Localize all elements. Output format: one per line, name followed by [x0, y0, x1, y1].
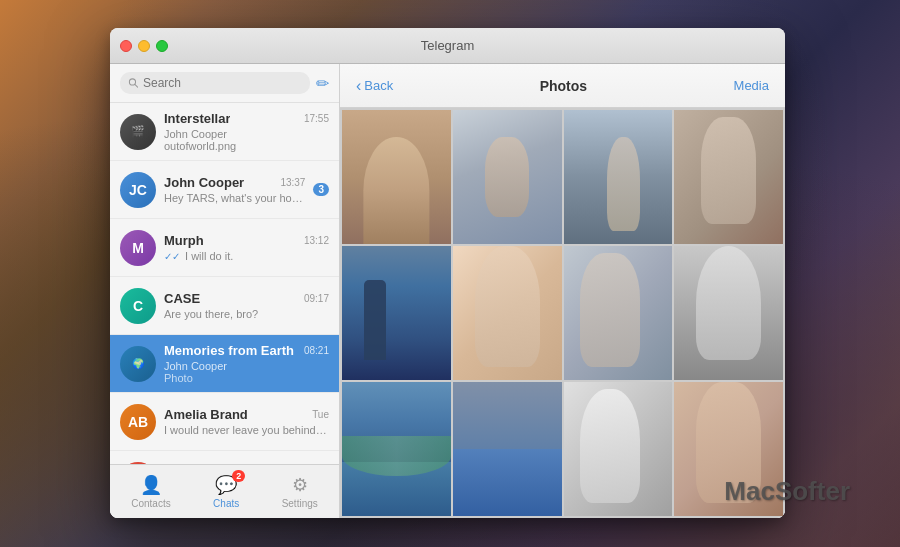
maximize-button[interactable]	[156, 40, 168, 52]
main-content: ✏ 🎬 Interstellar 17:55 John Coop	[110, 64, 785, 518]
search-bar: ✏	[110, 64, 339, 103]
avatar-amelia: AB	[120, 404, 156, 440]
photo-cell-4[interactable]	[674, 110, 783, 244]
chat-info-murph: Murph 13:12 ✓✓ I will do it.	[164, 233, 329, 262]
photo-grid	[340, 108, 785, 518]
sidebar: ✏ 🎬 Interstellar 17:55 John Coop	[110, 64, 340, 518]
photos-header: ‹ Back Photos Media	[340, 64, 785, 108]
chat-info-amelia: Amelia Brand Tue I would never leave you…	[164, 407, 329, 436]
contacts-label: Contacts	[131, 498, 170, 509]
chats-badge: 2	[232, 470, 245, 482]
photo-cell-1[interactable]	[342, 110, 451, 244]
photos-panel: ‹ Back Photos Media	[340, 64, 785, 518]
photo-cell-6[interactable]	[453, 246, 562, 380]
media-button[interactable]: Media	[734, 78, 769, 93]
chat-item-interstellar[interactable]: 🎬 Interstellar 17:55 John Cooper outofwo…	[110, 103, 339, 161]
chat-info-interstellar: Interstellar 17:55 John Cooper outofworl…	[164, 111, 329, 152]
photo-cell-8[interactable]	[674, 246, 783, 380]
chat-item-memories[interactable]: 🌍 Memories from Earth 08:21 John Cooper …	[110, 335, 339, 393]
chats-icon-wrap: 💬 2	[215, 474, 237, 496]
chat-name-amelia: Amelia Brand	[164, 407, 248, 422]
photo-cell-5[interactable]	[342, 246, 451, 380]
chat-subtitle-interstellar: John Cooper	[164, 128, 329, 140]
nav-settings[interactable]: ⚙ Settings	[266, 470, 334, 513]
search-input-wrap[interactable]	[120, 72, 310, 94]
chat-message-interstellar: outofworld.png	[164, 140, 329, 152]
search-input[interactable]	[143, 76, 302, 90]
bottom-nav: 👤 Contacts 💬 2 Chats ⚙ Settings	[110, 464, 339, 518]
chat-message-memories: Photo	[164, 372, 329, 384]
chat-name-murph: Murph	[164, 233, 204, 248]
avatar-interstellar: 🎬	[120, 114, 156, 150]
chat-item-john[interactable]: JC John Cooper 13:37 Hey TARS, what's yo…	[110, 161, 339, 219]
chat-name-interstellar: Interstellar	[164, 111, 230, 126]
chat-message-john: Hey TARS, what's your honesty parameter?	[164, 192, 305, 204]
chat-time-memories: 08:21	[304, 345, 329, 356]
avatar-john: JC	[120, 172, 156, 208]
chat-time-john: 13:37	[280, 177, 305, 188]
macsofter-label: MacSofter	[724, 476, 850, 507]
chat-message-murph: ✓✓ I will do it.	[164, 250, 329, 262]
chat-item-case[interactable]: C CASE 09:17 Are you there, bro?	[110, 277, 339, 335]
photo-cell-10[interactable]	[453, 382, 562, 516]
photos-title: Photos	[540, 78, 587, 94]
chat-info-memories: Memories from Earth 08:21 John Cooper Ph…	[164, 343, 329, 384]
nav-contacts[interactable]: 👤 Contacts	[115, 470, 186, 513]
back-button[interactable]: ‹ Back	[356, 78, 393, 94]
settings-label: Settings	[282, 498, 318, 509]
chat-item-nasa[interactable]: 🚀 ● NASA ✓ Mon Ground control to Major T…	[110, 451, 339, 464]
chat-message-case: Are you there, bro?	[164, 308, 329, 320]
chat-name-john: John Cooper	[164, 175, 244, 190]
chat-item-murph[interactable]: M Murph 13:12 ✓✓ I will do it.	[110, 219, 339, 277]
chat-info-john: John Cooper 13:37 Hey TARS, what's your …	[164, 175, 305, 204]
badge-john: 3	[313, 183, 329, 196]
settings-icon: ⚙	[292, 474, 308, 496]
watermark: MacSofter	[716, 476, 850, 507]
compose-icon[interactable]: ✏	[316, 74, 329, 93]
avatar-murph: M	[120, 230, 156, 266]
close-button[interactable]	[120, 40, 132, 52]
chat-message-amelia: I would never leave you behind... TARS	[164, 424, 329, 436]
nav-chats[interactable]: 💬 2 Chats	[197, 470, 255, 513]
search-icon	[128, 77, 139, 89]
traffic-lights	[120, 40, 168, 52]
photo-cell-3[interactable]	[564, 110, 673, 244]
chat-item-amelia[interactable]: AB Amelia Brand Tue I would never leave …	[110, 393, 339, 451]
chat-time-interstellar: 17:55	[304, 113, 329, 124]
chat-time-murph: 13:12	[304, 235, 329, 246]
avatar-memories: 🌍	[120, 346, 156, 382]
chat-name-case: CASE	[164, 291, 200, 306]
back-label: Back	[364, 78, 393, 93]
chat-list: 🎬 Interstellar 17:55 John Cooper outofwo…	[110, 103, 339, 464]
window-title: Telegram	[421, 38, 474, 53]
chats-label: Chats	[213, 498, 239, 509]
svg-line-1	[135, 84, 138, 87]
photo-cell-7[interactable]	[564, 246, 673, 380]
avatar-case: C	[120, 288, 156, 324]
back-chevron-icon: ‹	[356, 78, 361, 94]
minimize-button[interactable]	[138, 40, 150, 52]
chat-time-amelia: Tue	[312, 409, 329, 420]
photo-cell-11[interactable]	[564, 382, 673, 516]
app-window: Telegram ✏ 🎬	[110, 28, 785, 518]
chat-time-case: 09:17	[304, 293, 329, 304]
contacts-icon: 👤	[140, 474, 162, 496]
titlebar: Telegram	[110, 28, 785, 64]
chat-name-memories: Memories from Earth	[164, 343, 294, 358]
chat-info-case: CASE 09:17 Are you there, bro?	[164, 291, 329, 320]
photo-cell-2[interactable]	[453, 110, 562, 244]
photo-cell-9[interactable]	[342, 382, 451, 516]
checkmark-murph: ✓✓	[164, 251, 180, 262]
chat-subtitle-memories: John Cooper	[164, 360, 329, 372]
